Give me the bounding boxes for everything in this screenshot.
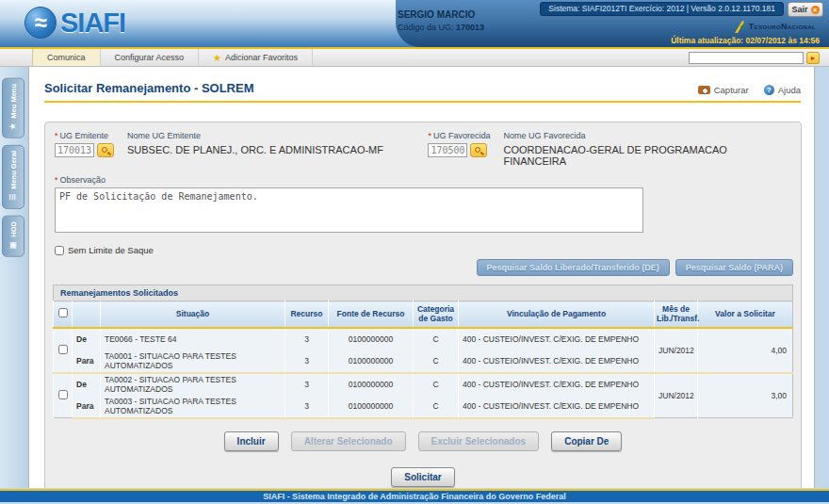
ug-code-label: Código da UG: xyxy=(398,23,456,32)
required-marker: * xyxy=(55,131,58,140)
header-mes: Mês de Lib./Transf. xyxy=(655,301,698,328)
tab-label: Adicionar Favoritos xyxy=(225,53,298,62)
cell-vinculacao: 400 - CUSTEIO/INVEST. C/EXIG. DE EMPENHO xyxy=(459,328,655,350)
pesquisar-saldo-de-button[interactable]: Pesquisar Saldo Liberado/Transferido (DE… xyxy=(477,259,670,276)
search-go-icon[interactable]: ► xyxy=(806,52,820,64)
cell-recurso: 3 xyxy=(285,396,329,418)
cell-categoria: C xyxy=(414,328,459,350)
nome-ug-emitente-field: Nome UG Emitente SUBSEC. DE PLANEJ., ORC… xyxy=(127,131,414,167)
cell-mes: JUN/2012 xyxy=(655,328,698,373)
tab-adicionar-favoritos[interactable]: ★ Adicionar Favoritos xyxy=(199,49,313,66)
sidebar-item-label: Menu Geral xyxy=(9,151,18,189)
incluir-button[interactable]: Incluir xyxy=(224,431,279,451)
row-tag: De xyxy=(73,373,101,396)
observacao-label: Observação xyxy=(60,175,106,185)
nome-ug-favorecida-label: Nome UG Favorecida xyxy=(504,131,791,140)
camera-icon xyxy=(698,86,710,94)
logout-label: Sair xyxy=(791,5,807,14)
tesouro-torch-icon xyxy=(733,19,746,34)
alterar-selecionado-button[interactable]: Alterar Selecionado xyxy=(291,431,406,451)
search-input[interactable] xyxy=(689,52,804,64)
nome-ug-emitente-label: Nome UG Emitente xyxy=(127,131,414,140)
cell-vinculacao: 400 - CUSTEIO/INVEST. C/EXIG. DE EMPENHO xyxy=(459,396,655,418)
sidebar-item-hod[interactable]: ▣ HOD xyxy=(2,216,24,257)
user-name: SERGIO MARCIO xyxy=(398,9,484,20)
header-recurso: Recurso xyxy=(285,301,329,328)
tab-label: Comunica xyxy=(47,53,86,62)
app-header: ≈ SIAFI SERGIO MARCIO Código da UG: 1700… xyxy=(0,0,829,47)
last-update-text: Última atualização: 02/07/2012 às 14:56 xyxy=(671,36,820,45)
logout-button[interactable]: Sair × xyxy=(788,2,823,17)
row-select-cell xyxy=(54,328,73,373)
cell-fonte: 0100000000 xyxy=(329,373,414,396)
cell-situacao: TA0001 - SITUACAO PARA TESTES AUTOMATIZA… xyxy=(101,350,285,373)
cell-categoria: C xyxy=(414,373,459,396)
help-icon: ? xyxy=(764,85,774,95)
row-select-cell xyxy=(54,373,73,418)
ug-emitente-input[interactable] xyxy=(55,143,94,157)
solicitar-button[interactable]: Solicitar xyxy=(391,467,454,487)
tab-configurar-acesso[interactable]: Configurar Acesso xyxy=(101,49,200,66)
cell-situacao: TA0002 - SITUACAO PARA TESTES AUTOMATIZA… xyxy=(101,373,285,396)
user-block: SERGIO MARCIO Código da UG: 170013 xyxy=(398,9,484,32)
tab-label: Configurar Acesso xyxy=(115,53,185,62)
ug-favorecida-label: UG Favorecida xyxy=(433,131,491,140)
header-fonte: Fonte de Recurso xyxy=(329,301,414,328)
system-info-bar: Sistema: SIAFI2012TI Exercício: 2012 | V… xyxy=(540,2,784,16)
row-tag: Para xyxy=(73,350,101,373)
required-marker: * xyxy=(55,175,58,185)
cell-valor: 4,00 xyxy=(698,328,793,373)
sidebar-item-menu-geral[interactable]: ☰ Menu Geral xyxy=(2,145,24,209)
cell-recurso: 3 xyxy=(285,373,329,396)
select-group-checkbox[interactable] xyxy=(58,345,68,354)
cell-categoria: C xyxy=(414,396,459,418)
header-tag xyxy=(73,301,101,328)
table-row-de: De TA0002 - SITUACAO PARA TESTES AUTOMAT… xyxy=(54,373,793,396)
magnifier-icon xyxy=(102,147,107,153)
sidebar-item-label: HOD xyxy=(9,221,18,237)
cell-fonte: 0100000000 xyxy=(329,350,414,373)
cell-vinculacao: 400 - CUSTEIO/INVEST. C/EXIG. DE EMPENHO xyxy=(459,373,655,396)
top-tabbar: Comunica Configurar Acesso ★ Adicionar F… xyxy=(0,49,829,67)
ajuda-label: Ajuda xyxy=(778,85,801,95)
header-categoria: Categoria de Gasto xyxy=(414,301,459,328)
nome-ug-favorecida-value: COORDENACAO-GERAL DE PROGRAMACAO FINANCE… xyxy=(504,144,791,167)
pesquisar-saldo-para-button[interactable]: Pesquisar Saldo (PARA) xyxy=(675,259,793,276)
ug-emitente-search-icon[interactable] xyxy=(97,143,114,157)
siafi-logo-text: SIAFI xyxy=(60,8,125,39)
ug-favorecida-input[interactable] xyxy=(428,143,467,157)
monitor-icon: ▣ xyxy=(9,240,18,249)
cell-situacao: TA0003 - SITUACAO PARA TESTES AUTOMATIZA… xyxy=(101,396,285,418)
cell-recurso: 3 xyxy=(285,328,329,350)
select-all-checkbox[interactable] xyxy=(58,308,68,317)
cell-mes: JUN/2012 xyxy=(655,373,698,418)
tab-comunica[interactable]: Comunica xyxy=(32,49,101,66)
copiar-de-button[interactable]: Copiar De xyxy=(551,431,622,451)
logout-close-icon: × xyxy=(811,6,820,14)
remanejamentos-table: Situação Recurso Fonte de Recurso Catego… xyxy=(53,301,793,419)
cell-fonte: 0100000000 xyxy=(329,396,414,418)
app-footer: SIAFI - Sistema Integrado de Administraç… xyxy=(0,491,829,502)
remanejamentos-section: Remanejamentos Solicitados Situação Recu… xyxy=(53,285,793,419)
siafi-logo-icon: ≈ xyxy=(24,7,57,39)
header-valor: Valor a Solicitar xyxy=(698,301,793,328)
sidebar-item-label: Meu Menu xyxy=(9,84,18,119)
ajuda-link[interactable]: ? Ajuda xyxy=(764,85,801,95)
select-group-checkbox[interactable] xyxy=(58,390,68,399)
ug-favorecida-search-icon[interactable] xyxy=(470,143,487,157)
ug-code: Código da UG: 170013 xyxy=(398,23,484,32)
section-title: Remanejamentos Solicitados xyxy=(53,285,793,301)
excluir-selecionados-button[interactable]: Excluir Selecionados xyxy=(418,431,540,451)
observacao-textarea[interactable]: PF de Solicitação de Remanejamento. xyxy=(55,187,643,233)
required-marker: * xyxy=(428,131,431,140)
nome-ug-favorecida-field: Nome UG Favorecida COORDENACAO-GERAL DE … xyxy=(504,131,791,167)
row-tag: Para xyxy=(73,396,101,418)
sidebar-item-meu-menu[interactable]: ★ Meu Menu xyxy=(2,78,24,138)
ug-emitente-field: *UG Emitente xyxy=(55,131,114,167)
siafi-logo: ≈ SIAFI xyxy=(24,7,125,39)
sem-limite-checkbox[interactable] xyxy=(55,246,64,255)
quick-search: ► xyxy=(689,52,820,64)
nome-ug-emitente-value: SUBSEC. DE PLANEJ., ORC. E ADMINISTRACAO… xyxy=(127,144,414,155)
capturar-link[interactable]: Capturar xyxy=(698,85,749,95)
ug-emitente-label: UG Emitente xyxy=(60,131,109,140)
